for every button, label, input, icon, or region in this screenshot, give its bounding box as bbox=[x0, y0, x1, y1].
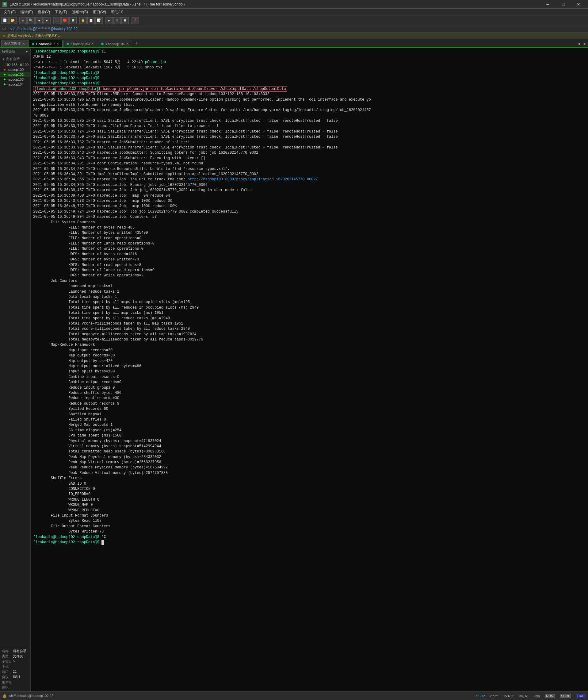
notif-icon: ⚠ bbox=[2, 34, 6, 38]
toolbar-btn-10[interactable]: 🔒 bbox=[79, 17, 87, 24]
tab-2[interactable]: 2 hadoop103 ✕ bbox=[63, 40, 97, 47]
term-line-82: WRONG_LENGTH=0 bbox=[33, 497, 586, 503]
properties-panel: 名称 所有会话 类型 文件夹 子项目 5 主机 端口 22 协议 SSH bbox=[0, 647, 30, 691]
term-line-29: 2021-05-05 16:36:49,804 INFO mapreduce.J… bbox=[33, 214, 586, 220]
term-line-75: Peak Map Virtual memory (bytes)=25682370… bbox=[33, 460, 586, 465]
sessions-close-icon[interactable]: ✕ bbox=[22, 42, 25, 46]
sidebar-item-1-label: hadoop100 bbox=[7, 68, 24, 71]
sidebar-header-text: 所有会话 bbox=[2, 49, 15, 54]
toolbar-btn-8[interactable]: 🔴 bbox=[61, 17, 69, 24]
toolbar-btn-4[interactable]: 🔍 bbox=[27, 17, 35, 24]
term-line-51: Total megabyte-milliseconds taken by all… bbox=[33, 332, 586, 337]
menu-help[interactable]: 帮助(H) bbox=[109, 9, 126, 15]
tab-2-close[interactable]: ✕ bbox=[91, 42, 94, 46]
sidebar-item-0[interactable]: 192.168.10.100 bbox=[0, 62, 30, 67]
term-line-56: Map output bytes=420 bbox=[33, 359, 586, 364]
toolbar-btn-9[interactable]: ⏹ bbox=[69, 17, 77, 24]
prop-label-2: 子项目 bbox=[2, 659, 13, 664]
term-line-84: WRONG_REDUCE=0 bbox=[33, 508, 586, 513]
sidebar-collapse-icon[interactable]: ▼ bbox=[25, 50, 29, 53]
term-line-64: Reduce output records=9 bbox=[33, 401, 586, 407]
term-line-28: 2021-05-05 16:36:49,724 INFO mapreduce.J… bbox=[33, 209, 586, 214]
prop-row-6: 用户名 bbox=[2, 680, 29, 685]
window-controls[interactable]: ─ □ ✕ bbox=[541, 0, 586, 9]
toolbar-btn-6[interactable]: ▶ bbox=[43, 17, 51, 24]
sidebar-item-3[interactable]: hadoop103 bbox=[0, 77, 30, 82]
tab-3[interactable]: 3 hadoop104 ✕ bbox=[98, 40, 132, 47]
tab-1[interactable]: 1 hadoop102 ✕ bbox=[29, 40, 63, 47]
close-button[interactable]: ✕ bbox=[571, 0, 586, 9]
tab-scroll-left[interactable]: ◀ bbox=[576, 40, 582, 47]
sidebar-item-4[interactable]: hadoop104 bbox=[0, 82, 30, 87]
toolbar-btn-5[interactable]: ◀ bbox=[35, 17, 43, 24]
toolbar-btn-1[interactable]: 📄 bbox=[1, 17, 9, 24]
menu-file[interactable]: 文件(F) bbox=[1, 9, 18, 15]
toolbar-btn-3[interactable]: ⚙ bbox=[19, 17, 27, 24]
sidebar-group-label: 所有会话 bbox=[6, 57, 20, 61]
term-line-17: 2021-05-05 16:36:33,943 INFO mapreduce.J… bbox=[33, 150, 586, 155]
menu-edit[interactable]: 编辑(E) bbox=[18, 9, 35, 15]
sidebar-group-all[interactable]: ▼ 所有会话 bbox=[0, 56, 30, 62]
menu-tabs[interactable]: 选项卡(B) bbox=[70, 9, 90, 15]
term-line-85: File Input Format Counters bbox=[33, 513, 586, 518]
toolbar-btn-7[interactable]: ⬛ bbox=[53, 17, 61, 24]
toolbar-btn-11[interactable]: 📋 bbox=[87, 17, 95, 24]
status-connection: 🔒 ssh://leokadia@hadoop102:22 bbox=[2, 694, 472, 698]
term-line-77: Peak Reduce Virtual memory (bytes)=25747… bbox=[33, 471, 586, 476]
prop-label-7: 说明 bbox=[2, 685, 13, 690]
sidebar-item-1[interactable]: hadoop100 bbox=[0, 67, 30, 72]
menu-view[interactable]: 查看(V) bbox=[35, 9, 52, 15]
toolbar-btn-12[interactable]: 📝 bbox=[95, 17, 103, 24]
menu-window[interactable]: 窗口(W) bbox=[90, 9, 109, 15]
term-line-66: Shuffled Maps=1 bbox=[33, 412, 586, 417]
toolbar-btn-14[interactable]: ⏸ bbox=[113, 17, 121, 24]
term-line-13: 2021-05-05 16:36:33,724 INFO sasl.SaslDa… bbox=[33, 129, 586, 134]
term-line-53: Map-Reduce Framework bbox=[33, 342, 586, 347]
term-line-34: FILE: Number of large read operations=0 bbox=[33, 241, 586, 246]
term-line-37: HDFS: Number of bytes written=73 bbox=[33, 257, 586, 262]
term-line-48: Total time spent by all reduce tasks (ms… bbox=[33, 316, 586, 321]
new-tab-button[interactable]: + bbox=[133, 40, 140, 47]
terminal[interactable]: [leokadia@hadoop102 shopData]$ ll 总用量 12… bbox=[31, 48, 588, 691]
term-line-47: Total time spent by all map tasks (ms)=1… bbox=[33, 310, 586, 315]
sidebar-group-icon: ▼ bbox=[2, 57, 5, 61]
status-ssh-type: SSH2 bbox=[476, 694, 485, 698]
tab-1-close[interactable]: ✕ bbox=[56, 42, 59, 46]
tab-scroll-right[interactable]: ▶ bbox=[582, 40, 588, 47]
title-bar: X 1920 x 1030 - leokadia@hadoop102:/opt/… bbox=[0, 0, 588, 9]
tab-bar: 会话管理器 ✕ 1 hadoop102 ✕ 2 hadoop103 ✕ 3 ha… bbox=[0, 39, 588, 48]
status-right: SSH2 xterm 153x36 36,32 3 qin NUM SCRL C… bbox=[476, 694, 586, 698]
toolbar-btn-15[interactable]: ⏹ bbox=[121, 17, 129, 24]
sidebar-item-2-status bbox=[4, 74, 6, 75]
sidebar-section: ▼ 所有会话 192.168.10.100 hadoop100 hadoop10… bbox=[0, 55, 30, 87]
maximize-button[interactable]: □ bbox=[556, 0, 570, 9]
tab-1-dot bbox=[32, 43, 34, 45]
sidebar-item-2[interactable]: hadoop102 bbox=[0, 72, 30, 77]
toolbar-btn-16[interactable]: ❓ bbox=[132, 17, 139, 24]
address-label: ssh: bbox=[2, 27, 9, 31]
sidebar: 所有会话 ▼ ▼ 所有会话 192.168.10.100 hadoop100 h… bbox=[0, 48, 31, 691]
toolbar-btn-13[interactable]: ▶ bbox=[105, 17, 113, 24]
term-line-58: Input split bytes=109 bbox=[33, 369, 586, 374]
tab-2-label: 2 hadoop103 bbox=[70, 42, 90, 46]
term-line-14: 2021-05-05 16:36:33,759 INFO sasl.SaslDa… bbox=[33, 134, 586, 140]
sessions-label: 会话管理器 bbox=[4, 41, 21, 46]
tab-3-close[interactable]: ✕ bbox=[126, 42, 129, 46]
term-line-21: 2021-05-05 16:36:34,301 INFO impl.YarnCl… bbox=[33, 172, 586, 177]
minimize-button[interactable]: ─ bbox=[541, 0, 555, 9]
menu-tools[interactable]: 工具(T) bbox=[52, 9, 69, 15]
term-line-32: FILE: Number of bytes written=435499 bbox=[33, 230, 586, 235]
prop-label-5: 协议 bbox=[2, 675, 13, 679]
term-line-20: 2021-05-05 16:36:34,202 INFO resource.Re… bbox=[33, 166, 586, 172]
term-line-10: 2021-05-05 16:36:33,496 INFO mapreduce.J… bbox=[33, 108, 586, 113]
term-line-86: Bytes Read=1107 bbox=[33, 518, 586, 524]
term-line-81: IO_ERROR=0 bbox=[33, 492, 586, 497]
term-line-69: GC time elapsed (ms)=254 bbox=[33, 428, 586, 433]
term-line-62: Reduce shuffle bytes=486 bbox=[33, 391, 586, 396]
sessions-tab[interactable]: 会话管理器 ✕ bbox=[1, 40, 28, 47]
term-line-5: [leokadia@hadoop102 shopData]$ bbox=[33, 76, 586, 81]
term-line-30: File System Counters bbox=[33, 220, 586, 225]
status-zoom: 36,32 bbox=[519, 694, 528, 698]
prop-row-7: 说明 bbox=[2, 685, 29, 690]
toolbar-btn-2[interactable]: 📂 bbox=[9, 17, 17, 24]
